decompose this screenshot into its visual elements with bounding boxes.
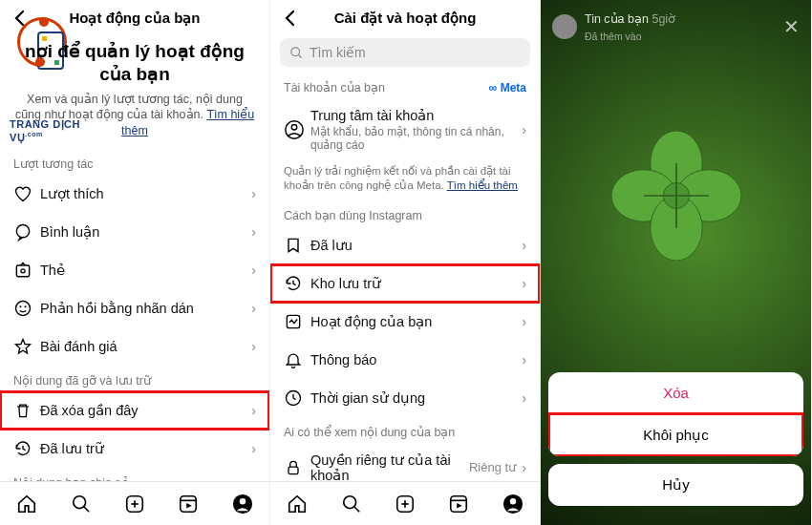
row-label: Lượt thích xyxy=(40,186,251,201)
chevron-right-icon: › xyxy=(522,460,526,475)
row-account-center[interactable]: Trung tâm tài khoản Mật khẩu, bảo mật, t… xyxy=(270,98,540,162)
chevron-right-icon: › xyxy=(522,352,526,368)
chevron-right-icon: › xyxy=(522,314,526,329)
row-label: Thông báo xyxy=(310,352,522,368)
svg-point-15 xyxy=(291,47,300,55)
row-star[interactable]: Bài đánh giá› xyxy=(0,327,269,366)
tab-home[interactable] xyxy=(285,492,310,516)
row-tag[interactable]: Thẻ› xyxy=(0,251,269,289)
header-title: Cài đặt và hoạt động xyxy=(303,10,507,27)
row-title: Trung tâm tài khoản xyxy=(310,108,522,123)
row-label: Kho lưu trữ xyxy=(310,276,522,291)
row-history[interactable]: Đã lưu trữ› xyxy=(0,430,269,468)
row-label: Đã lưu xyxy=(310,238,522,253)
section-removed: Nội dung đã gỡ và lưu trữ xyxy=(0,366,269,391)
svg-point-5 xyxy=(25,305,27,307)
chevron-right-icon: › xyxy=(522,122,526,137)
cancel-button[interactable]: Hủy xyxy=(548,464,803,506)
bell-icon xyxy=(284,350,310,369)
hero-desc: Xem và quản lý lượt tương tác, nội dung … xyxy=(13,92,256,140)
row-label: Quyền riêng tư của tài khoản xyxy=(310,452,469,481)
row-sticker[interactable]: Phản hồi bằng nhãn dán› xyxy=(0,289,269,327)
svg-point-14 xyxy=(240,498,246,504)
hero: nơi để quản lý hoạt động của bạn Xem và … xyxy=(0,36,269,149)
chat-icon xyxy=(13,222,40,242)
story-header: Tin của bạn 5giờ Đã thêm vào ✕ xyxy=(541,0,811,53)
svg-point-4 xyxy=(20,305,22,307)
tab-home[interactable] xyxy=(14,492,39,516)
action-sheet: Xóa Khôi phục Hủy xyxy=(548,372,803,514)
row-bell[interactable]: Thông báo› xyxy=(270,341,540,379)
svg-rect-1 xyxy=(16,265,29,277)
tab-reels[interactable] xyxy=(446,492,471,516)
row-bookmark[interactable]: Đã lưu› xyxy=(270,226,540,264)
heart-icon xyxy=(13,184,40,203)
chevron-right-icon: › xyxy=(251,301,256,316)
svg-point-30 xyxy=(510,498,516,504)
story-user: Tin của bạn 5giờ xyxy=(585,12,675,26)
row-label: Bài đánh giá xyxy=(40,339,251,354)
trash-icon xyxy=(13,401,40,420)
row-label: Thời gian sử dụng xyxy=(310,390,522,406)
svg-point-6 xyxy=(73,495,85,508)
row-activity[interactable]: Hoạt động của bạn› xyxy=(270,303,540,341)
section-visibility: Ai có thể xem nội dung của bạn xyxy=(270,417,540,443)
chevron-right-icon: › xyxy=(251,224,256,240)
chevron-right-icon: › xyxy=(522,238,526,253)
header: Cài đặt và hoạt động xyxy=(270,0,540,36)
restore-button[interactable]: Khôi phục xyxy=(548,413,803,456)
row-chat[interactable]: Bình luận› xyxy=(0,213,269,251)
chevron-right-icon: › xyxy=(251,262,256,278)
svg-line-23 xyxy=(353,506,359,512)
star-icon xyxy=(13,337,40,356)
delete-button[interactable]: Xóa xyxy=(548,372,803,413)
row-meta: Riêng tư xyxy=(469,460,516,474)
story-added-to: Đã thêm vào xyxy=(585,31,642,42)
chevron-right-icon: › xyxy=(251,186,256,201)
search-input[interactable]: Tìm kiếm xyxy=(280,38,530,67)
tab-profile[interactable] xyxy=(230,492,255,516)
svg-point-3 xyxy=(16,302,31,316)
section-shared: Nội dung bạn chia sẻ xyxy=(0,468,269,481)
tab-search[interactable] xyxy=(69,492,94,516)
search-placeholder: Tìm kiếm xyxy=(310,45,366,60)
svg-point-18 xyxy=(291,125,297,131)
tab-create[interactable] xyxy=(122,492,147,516)
row-trash[interactable]: Đã xóa gần đây› xyxy=(0,391,269,430)
header-title: Hoạt động của bạn xyxy=(32,10,237,27)
row-label: Đã xóa gần đây xyxy=(40,403,251,418)
row-subtitle: Mật khẩu, bảo mật, thông tin cá nhân, qu… xyxy=(310,125,522,153)
avatar[interactable] xyxy=(552,14,577,39)
chevron-right-icon: › xyxy=(522,390,526,406)
row-label: Đã lưu trữ xyxy=(40,441,251,456)
tab-reels[interactable] xyxy=(176,492,201,516)
history-icon xyxy=(284,274,310,293)
close-icon[interactable]: ✕ xyxy=(783,15,800,38)
tab-search[interactable] xyxy=(339,492,364,516)
row-clock[interactable]: Thời gian sử dụng› xyxy=(270,379,540,417)
chevron-right-icon: › xyxy=(251,339,256,354)
svg-line-16 xyxy=(298,54,301,57)
back-button[interactable] xyxy=(6,10,32,27)
chevron-right-icon: › xyxy=(522,276,526,291)
row-heart[interactable]: Lượt thích› xyxy=(0,175,269,213)
row-history[interactable]: Kho lưu trữ› xyxy=(270,264,540,303)
learn-more-link[interactable]: Tìm hiểu thêm xyxy=(447,179,518,191)
section-interactions: Lượt tương tác xyxy=(0,149,269,175)
story-background[interactable]: Tin của bạn 5giờ Đã thêm vào ✕ Xóa Khôi … xyxy=(541,0,811,525)
activity-icon xyxy=(284,312,310,331)
back-button[interactable] xyxy=(276,10,303,27)
account-blurb: Quản lý trải nghiệm kết nối và phần cài … xyxy=(270,162,540,200)
svg-rect-21 xyxy=(288,467,298,474)
tab-create[interactable] xyxy=(393,492,417,516)
story-pane: Tin của bạn 5giờ Đã thêm vào ✕ Xóa Khôi … xyxy=(541,0,811,525)
hero-title: nơi để quản lý hoạt động của bạn xyxy=(13,40,256,86)
sticker-icon xyxy=(13,299,40,318)
row-lock[interactable]: Quyền riêng tư của tài khoảnRiêng tư› xyxy=(270,443,540,481)
svg-point-0 xyxy=(16,225,29,238)
tab-profile[interactable] xyxy=(501,492,525,516)
clock-icon xyxy=(284,388,310,408)
clover-image xyxy=(595,115,758,277)
section-account: Tài khoản của bạn xyxy=(284,80,385,94)
header: Hoạt động của bạn xyxy=(0,0,269,36)
